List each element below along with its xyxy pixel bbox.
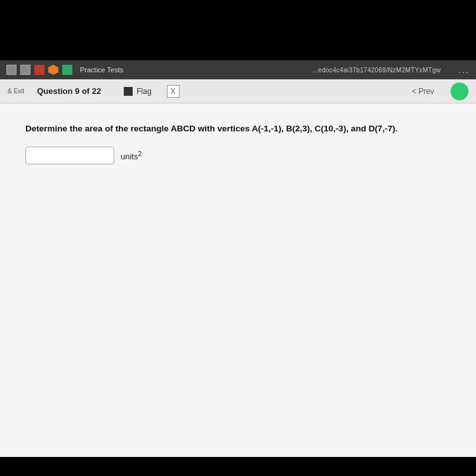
bottom-black-bar: [0, 457, 476, 476]
browser-icon-2: [20, 65, 30, 75]
screen: Practice Tests ...edoc4c4ai37b1742069/Nz…: [0, 60, 476, 476]
flag-icon: [124, 87, 133, 96]
close-button[interactable]: X: [167, 85, 180, 98]
units-exponent: 2: [138, 150, 142, 157]
more-options-dots[interactable]: ...: [458, 65, 470, 75]
nav-bar: & Exit Question 9 of 22 Flag X < Prev: [0, 79, 476, 103]
browser-icon-red: [34, 65, 44, 75]
answer-input[interactable]: [25, 147, 114, 164]
top-black-bar: [0, 0, 476, 60]
answer-row: units2: [25, 147, 451, 164]
browser-icon-green: [62, 65, 72, 75]
app-label: Practice Tests: [80, 66, 123, 74]
units-label: units2: [121, 150, 142, 161]
browser-icon-1: [6, 65, 17, 75]
browser-icon-group: [6, 65, 72, 75]
exit-label: & Exit: [8, 88, 24, 95]
prev-label: < Prev: [412, 87, 434, 96]
flag-area: Flag: [124, 87, 151, 96]
main-content: Determine the area of the rectangle ABCD…: [0, 103, 476, 476]
question-text: Determine the area of the rectangle ABCD…: [25, 122, 451, 135]
flag-label[interactable]: Flag: [136, 87, 151, 96]
url-bar: ...edoc4c4ai37b1742069/NzM2MTYxMTgw: [312, 67, 440, 74]
user-avatar[interactable]: [451, 83, 468, 100]
close-label: X: [171, 87, 176, 96]
browser-bar: Practice Tests ...edoc4c4ai37b1742069/Nz…: [0, 60, 476, 79]
question-counter: Question 9 of 22: [37, 86, 101, 96]
prev-button[interactable]: < Prev: [412, 87, 434, 96]
exit-button[interactable]: & Exit: [8, 88, 24, 95]
shield-icon: [48, 65, 58, 75]
